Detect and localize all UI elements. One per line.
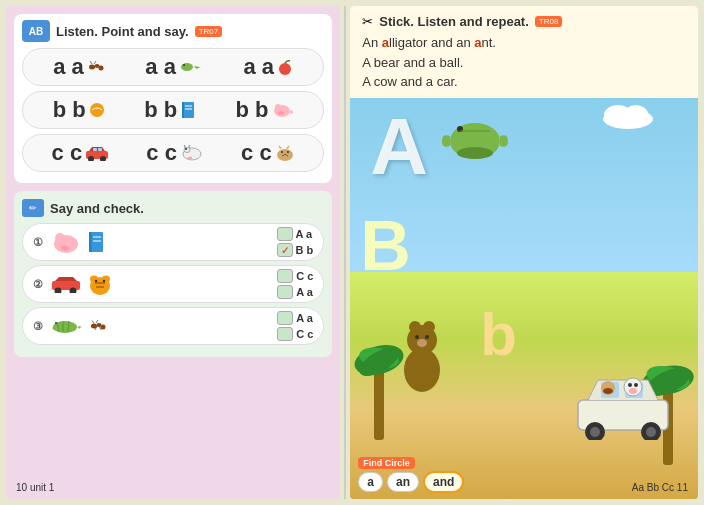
cow-icon [180, 145, 204, 161]
ab-logo: AB [22, 20, 50, 42]
word-an: an [387, 472, 419, 492]
svg-point-55 [101, 325, 106, 330]
group-b2: b b [144, 97, 196, 123]
cloud-svg [598, 101, 658, 129]
svg-rect-21 [98, 148, 102, 151]
svg-line-4 [94, 61, 96, 64]
svg-point-25 [187, 157, 192, 160]
svg-point-6 [183, 64, 185, 66]
car-character [573, 365, 673, 444]
checkbox-1a[interactable] [277, 227, 293, 241]
letter-b3: b b [236, 97, 269, 123]
check-label-1b: B b [296, 244, 314, 256]
svg-line-57 [96, 320, 98, 323]
check-book-icon [87, 231, 105, 253]
letter-b2: b b [144, 97, 177, 123]
pig-icon [272, 102, 294, 118]
check-option-2b[interactable]: A a [277, 285, 313, 299]
bear-svg [395, 315, 450, 395]
right-page: ✂ Stick. Listen and repeat. TR08 An alli… [350, 6, 698, 499]
svg-marker-28 [286, 145, 290, 149]
find-circle: Find Circle a an and [358, 452, 464, 493]
svg-point-46 [95, 280, 97, 282]
group-c3: c c [241, 140, 295, 166]
check-number-3: ③ [33, 320, 47, 333]
stick-title: Stick. Listen and repeat. [379, 14, 529, 29]
svg-point-29 [281, 151, 283, 153]
scissors-icon: ✂ [362, 14, 373, 29]
check-option-1b[interactable]: ✓ B b [277, 243, 314, 257]
letter-a3: a a [243, 54, 274, 80]
svg-point-75 [415, 335, 419, 339]
cat-icon [275, 145, 295, 161]
check-option-3b[interactable]: C c [277, 327, 313, 341]
svg-point-62 [624, 105, 648, 123]
ant-icon [87, 60, 105, 74]
page-container: AB Listen. Point and say. TR07 a a [0, 0, 704, 505]
check-pig-icon [51, 231, 81, 253]
word-a: a [358, 472, 383, 492]
svg-point-90 [628, 383, 632, 387]
check-row-2: ② [22, 265, 324, 303]
say-check-title: Say and check. [50, 201, 144, 216]
checkbox-2b[interactable] [277, 285, 293, 299]
lizard-icon [179, 61, 203, 73]
big-letter-A: A [370, 101, 428, 193]
check-option-2a[interactable]: C c [277, 269, 313, 283]
svg-point-73 [409, 321, 421, 333]
checkbox-1b[interactable]: ✓ [277, 243, 293, 257]
letter-a2: a a [145, 54, 176, 80]
word-and: and [423, 471, 464, 493]
svg-point-94 [603, 388, 613, 394]
checkbox-3b[interactable] [277, 327, 293, 341]
listen-title: Listen. Point and say. [56, 24, 189, 39]
apple-icon [277, 58, 293, 76]
left-page: AB Listen. Point and say. TR07 a a [6, 6, 340, 499]
listen-section: AB Listen. Point and say. TR07 a a [14, 14, 332, 183]
group-b1: b b [53, 97, 105, 123]
svg-point-77 [417, 339, 427, 347]
check-number-1: ① [33, 236, 47, 249]
checkbox-3a[interactable] [277, 311, 293, 325]
page-number-right: Aa Bb Cc 11 [632, 482, 688, 493]
svg-point-16 [280, 105, 284, 109]
check-ant-icon [89, 319, 107, 333]
check-label-2a: C c [296, 270, 313, 282]
svg-point-23 [184, 148, 190, 153]
svg-point-7 [279, 63, 291, 75]
checkbox-2a[interactable] [277, 269, 293, 283]
book-icon [180, 101, 196, 119]
check-images-1 [47, 231, 277, 253]
check-option-1a[interactable]: A a [277, 227, 314, 241]
say-check-section: ✏ Say and check. ① [14, 191, 332, 357]
check-label-3a: A a [296, 312, 313, 324]
svg-point-0 [89, 65, 95, 70]
group-a3: a a [243, 54, 293, 80]
big-letter-b-lower: b [480, 300, 517, 369]
svg-point-33 [61, 246, 69, 251]
group-a1: a a [53, 54, 105, 80]
bear-character [395, 315, 450, 399]
svg-point-47 [103, 280, 105, 282]
check-option-3a[interactable]: A a [277, 311, 313, 325]
letter-b1: b b [53, 97, 86, 123]
check-label-3b: C c [296, 328, 313, 340]
letter-row-b: b b b b [22, 91, 324, 129]
group-c2: c c [146, 140, 204, 166]
svg-point-88 [646, 427, 656, 437]
alligator-character [440, 111, 510, 175]
svg-line-56 [92, 321, 94, 324]
check-label-1a: A a [296, 228, 313, 240]
cloud [598, 101, 658, 133]
stick-header: ✂ Stick. Listen and repeat. TR08 [362, 14, 686, 29]
poem-line3: A cow and a car. [362, 72, 686, 92]
letter-c1: c c [52, 140, 83, 166]
check-options-3: A a C c [277, 311, 313, 341]
check-options-2: C c A a [277, 269, 313, 299]
say-check-header: ✏ Say and check. [22, 199, 324, 217]
car-icon [85, 145, 109, 161]
alligator-svg [440, 111, 510, 171]
svg-marker-27 [278, 145, 282, 149]
car-char-svg [573, 365, 673, 440]
poem-text: An alligator and an ant. A bear and a ba… [362, 33, 686, 92]
